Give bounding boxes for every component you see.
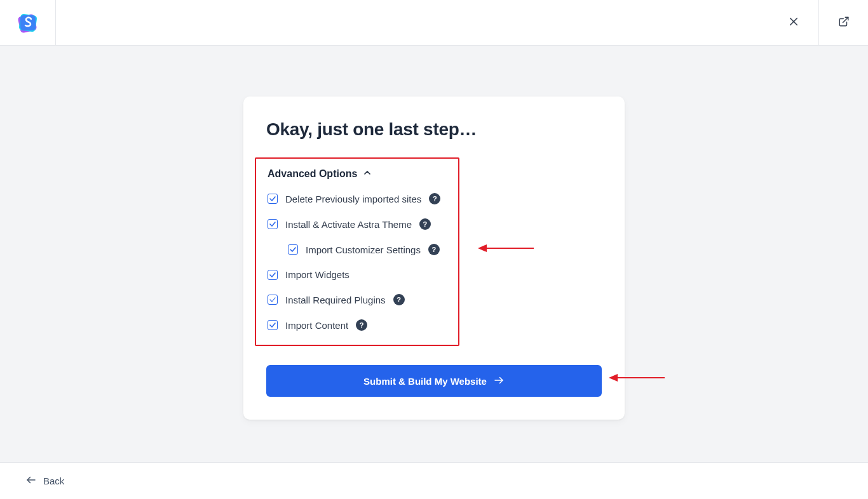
checkbox-checked-icon	[268, 194, 278, 204]
external-link-icon	[838, 16, 850, 30]
help-icon[interactable]: ?	[429, 193, 440, 204]
option-install-astra[interactable]: Install & Activate Astra Theme ?	[268, 218, 447, 230]
topbar-actions	[769, 0, 868, 45]
checkbox-checked-icon	[268, 295, 278, 305]
svg-line-5	[843, 17, 848, 22]
option-label: Import Customizer Settings	[306, 244, 421, 255]
canvas: Okay, just one last step… Advanced Optio…	[0, 46, 868, 462]
option-label: Install & Activate Astra Theme	[285, 219, 412, 230]
arrow-right-icon	[493, 375, 505, 388]
back-button[interactable]: Back	[25, 474, 64, 488]
back-label: Back	[43, 476, 64, 486]
help-icon[interactable]: ?	[356, 319, 367, 331]
advanced-options-box: Advanced Options Delete Previously impor…	[255, 157, 459, 346]
checkbox-checked-icon	[288, 244, 298, 255]
top-bar	[0, 0, 868, 46]
final-step-card: Okay, just one last step… Advanced Optio…	[243, 96, 625, 420]
help-icon[interactable]: ?	[428, 244, 440, 255]
advanced-options-list: Delete Previously imported sites ? Insta…	[268, 193, 447, 331]
close-button[interactable]	[769, 0, 818, 45]
option-import-content[interactable]: Import Content ?	[268, 319, 447, 331]
advanced-options-label: Advanced Options	[268, 168, 357, 180]
open-external-button[interactable]	[818, 0, 868, 45]
option-label: Delete Previously imported sites	[285, 194, 421, 204]
option-delete-previous[interactable]: Delete Previously imported sites ?	[268, 193, 447, 204]
arrow-left-icon	[25, 474, 37, 488]
option-label: Import Widgets	[285, 269, 349, 280]
submit-build-button[interactable]: Submit & Build My Website	[266, 365, 602, 397]
help-icon[interactable]: ?	[393, 294, 405, 305]
option-label: Install Required Plugins	[285, 295, 386, 305]
option-label: Import Content	[285, 320, 348, 331]
option-import-widgets[interactable]: Import Widgets	[268, 269, 447, 280]
footer-bar: Back	[0, 462, 868, 499]
checkbox-checked-icon	[268, 270, 278, 280]
page-title: Okay, just one last step…	[266, 119, 602, 140]
advanced-options-toggle[interactable]: Advanced Options	[268, 168, 447, 180]
chevron-up-icon	[362, 168, 372, 180]
close-icon	[788, 16, 799, 30]
checkbox-checked-icon	[268, 320, 278, 330]
help-icon[interactable]: ?	[419, 218, 431, 230]
option-install-plugins[interactable]: Install Required Plugins ?	[268, 294, 447, 305]
app-logo-icon	[15, 10, 41, 36]
submit-label: Submit & Build My Website	[363, 376, 487, 387]
logo-cell	[0, 0, 56, 45]
checkbox-checked-icon	[268, 219, 278, 229]
option-import-customizer[interactable]: Import Customizer Settings ?	[288, 244, 447, 255]
